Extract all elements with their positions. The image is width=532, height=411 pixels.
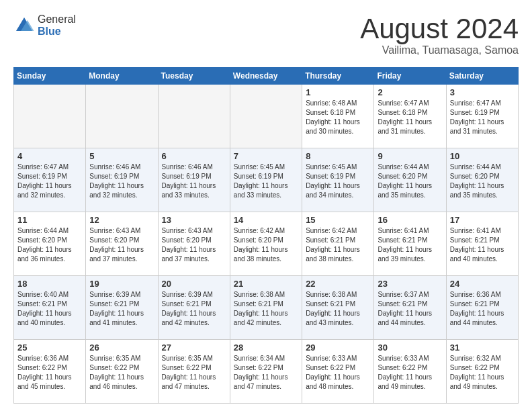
logo: General Blue xyxy=(13,13,76,37)
day-info-text: Sunrise: 6:40 AM Sunset: 6:21 PM Dayligh… xyxy=(17,290,82,328)
calendar-day-cell: 8Sunrise: 6:45 AM Sunset: 6:19 PM Daylig… xyxy=(302,148,374,212)
day-info-text: Sunrise: 6:33 AM Sunset: 6:22 PM Dayligh… xyxy=(306,354,370,392)
day-info-text: Sunrise: 6:41 AM Sunset: 6:21 PM Dayligh… xyxy=(378,226,442,264)
day-info-text: Sunrise: 6:46 AM Sunset: 6:19 PM Dayligh… xyxy=(162,163,226,200)
calendar-day-cell: 30Sunrise: 6:33 AM Sunset: 6:22 PM Dayli… xyxy=(374,340,446,404)
day-number: 31 xyxy=(450,342,515,353)
calendar-day-cell: 27Sunrise: 6:35 AM Sunset: 6:22 PM Dayli… xyxy=(158,340,230,404)
day-number: 12 xyxy=(89,215,154,225)
day-info-text: Sunrise: 6:38 AM Sunset: 6:21 PM Dayligh… xyxy=(234,290,298,328)
calendar-day-cell: 6Sunrise: 6:46 AM Sunset: 6:19 PM Daylig… xyxy=(158,148,230,212)
calendar-week-row: 25Sunrise: 6:36 AM Sunset: 6:22 PM Dayli… xyxy=(14,340,519,404)
day-number: 20 xyxy=(162,279,226,289)
day-info-text: Sunrise: 6:36 AM Sunset: 6:22 PM Dayligh… xyxy=(17,354,82,392)
calendar-day-cell: 22Sunrise: 6:38 AM Sunset: 6:21 PM Dayli… xyxy=(302,276,374,340)
day-info-text: Sunrise: 6:45 AM Sunset: 6:19 PM Dayligh… xyxy=(306,163,370,200)
calendar-day-cell: 12Sunrise: 6:43 AM Sunset: 6:20 PM Dayli… xyxy=(86,212,158,276)
calendar-day-cell: 17Sunrise: 6:41 AM Sunset: 6:21 PM Dayli… xyxy=(446,212,518,276)
calendar-day-cell: 20Sunrise: 6:39 AM Sunset: 6:21 PM Dayli… xyxy=(158,276,230,340)
day-number: 21 xyxy=(234,279,298,289)
calendar-day-cell: 9Sunrise: 6:44 AM Sunset: 6:20 PM Daylig… xyxy=(374,148,446,212)
day-number: 15 xyxy=(306,215,370,225)
day-of-week-header: Friday xyxy=(374,68,446,85)
day-number: 17 xyxy=(450,215,515,225)
calendar-day-cell: 13Sunrise: 6:43 AM Sunset: 6:20 PM Dayli… xyxy=(158,212,230,276)
day-number: 2 xyxy=(378,87,442,97)
calendar-day-cell: 24Sunrise: 6:36 AM Sunset: 6:21 PM Dayli… xyxy=(446,276,518,340)
day-number: 7 xyxy=(234,151,298,161)
day-number: 13 xyxy=(162,215,226,225)
day-number: 19 xyxy=(89,279,154,289)
day-number: 3 xyxy=(450,87,515,97)
day-of-week-header: Sunday xyxy=(14,68,86,85)
logo-general-text: General xyxy=(38,13,76,26)
calendar-day-cell: 3Sunrise: 6:47 AM Sunset: 6:19 PM Daylig… xyxy=(446,85,518,148)
day-number: 10 xyxy=(450,151,515,161)
day-number: 6 xyxy=(162,151,226,161)
day-info-text: Sunrise: 6:44 AM Sunset: 6:20 PM Dayligh… xyxy=(17,226,82,264)
day-of-week-header: Thursday xyxy=(302,68,374,85)
day-number: 1 xyxy=(306,87,370,97)
day-info-text: Sunrise: 6:32 AM Sunset: 6:22 PM Dayligh… xyxy=(450,354,515,392)
calendar-week-row: 18Sunrise: 6:40 AM Sunset: 6:21 PM Dayli… xyxy=(14,276,519,340)
logo-text: General Blue xyxy=(38,13,76,37)
day-number: 16 xyxy=(378,215,442,225)
title-section: August 2024 Vailima, Tuamasaga, Samoa xyxy=(360,13,519,56)
day-info-text: Sunrise: 6:36 AM Sunset: 6:21 PM Dayligh… xyxy=(450,290,515,328)
day-info-text: Sunrise: 6:46 AM Sunset: 6:19 PM Dayligh… xyxy=(89,163,154,200)
day-number: 5 xyxy=(89,151,154,161)
calendar-day-cell xyxy=(14,85,86,148)
calendar-day-cell xyxy=(86,85,158,148)
calendar-day-cell: 18Sunrise: 6:40 AM Sunset: 6:21 PM Dayli… xyxy=(14,276,86,340)
day-number: 9 xyxy=(378,151,442,161)
calendar-day-cell: 23Sunrise: 6:37 AM Sunset: 6:21 PM Dayli… xyxy=(374,276,446,340)
calendar-day-cell: 10Sunrise: 6:44 AM Sunset: 6:20 PM Dayli… xyxy=(446,148,518,212)
calendar-header-row: SundayMondayTuesdayWednesdayThursdayFrid… xyxy=(14,68,519,85)
day-number: 28 xyxy=(234,342,298,353)
day-number: 27 xyxy=(162,342,226,353)
day-info-text: Sunrise: 6:47 AM Sunset: 6:19 PM Dayligh… xyxy=(450,99,515,136)
day-info-text: Sunrise: 6:37 AM Sunset: 6:21 PM Dayligh… xyxy=(378,290,442,328)
day-number: 30 xyxy=(378,342,442,353)
calendar-week-row: 4Sunrise: 6:47 AM Sunset: 6:19 PM Daylig… xyxy=(14,148,519,212)
logo-blue-text: Blue xyxy=(38,26,76,38)
calendar-day-cell: 19Sunrise: 6:39 AM Sunset: 6:21 PM Dayli… xyxy=(86,276,158,340)
logo-icon xyxy=(13,15,35,36)
calendar-day-cell: 26Sunrise: 6:35 AM Sunset: 6:22 PM Dayli… xyxy=(86,340,158,404)
day-info-text: Sunrise: 6:44 AM Sunset: 6:20 PM Dayligh… xyxy=(378,163,442,200)
calendar-day-cell: 28Sunrise: 6:34 AM Sunset: 6:22 PM Dayli… xyxy=(230,340,302,404)
day-info-text: Sunrise: 6:45 AM Sunset: 6:19 PM Dayligh… xyxy=(234,163,298,200)
calendar-day-cell: 11Sunrise: 6:44 AM Sunset: 6:20 PM Dayli… xyxy=(14,212,86,276)
day-info-text: Sunrise: 6:47 AM Sunset: 6:19 PM Dayligh… xyxy=(17,163,82,200)
page-header: General Blue August 2024 Vailima, Tuamas… xyxy=(13,13,519,56)
day-number: 24 xyxy=(450,279,515,289)
calendar-day-cell: 14Sunrise: 6:42 AM Sunset: 6:20 PM Dayli… xyxy=(230,212,302,276)
day-info-text: Sunrise: 6:43 AM Sunset: 6:20 PM Dayligh… xyxy=(89,226,154,264)
day-info-text: Sunrise: 6:39 AM Sunset: 6:21 PM Dayligh… xyxy=(162,290,226,328)
calendar-day-cell: 7Sunrise: 6:45 AM Sunset: 6:19 PM Daylig… xyxy=(230,148,302,212)
calendar-day-cell xyxy=(230,85,302,148)
day-info-text: Sunrise: 6:35 AM Sunset: 6:22 PM Dayligh… xyxy=(89,354,154,392)
day-number: 23 xyxy=(378,279,442,289)
day-number: 29 xyxy=(306,342,370,353)
calendar-day-cell: 25Sunrise: 6:36 AM Sunset: 6:22 PM Dayli… xyxy=(14,340,86,404)
calendar-week-row: 11Sunrise: 6:44 AM Sunset: 6:20 PM Dayli… xyxy=(14,212,519,276)
day-of-week-header: Tuesday xyxy=(158,68,230,85)
day-info-text: Sunrise: 6:39 AM Sunset: 6:21 PM Dayligh… xyxy=(89,290,154,328)
day-info-text: Sunrise: 6:48 AM Sunset: 6:18 PM Dayligh… xyxy=(306,99,370,136)
day-of-week-header: Saturday xyxy=(446,68,518,85)
day-number: 11 xyxy=(17,215,82,225)
calendar-day-cell: 21Sunrise: 6:38 AM Sunset: 6:21 PM Dayli… xyxy=(230,276,302,340)
calendar-day-cell: 15Sunrise: 6:42 AM Sunset: 6:21 PM Dayli… xyxy=(302,212,374,276)
day-info-text: Sunrise: 6:34 AM Sunset: 6:22 PM Dayligh… xyxy=(234,354,298,392)
day-number: 8 xyxy=(306,151,370,161)
day-info-text: Sunrise: 6:43 AM Sunset: 6:20 PM Dayligh… xyxy=(162,226,226,264)
day-info-text: Sunrise: 6:42 AM Sunset: 6:20 PM Dayligh… xyxy=(234,226,298,264)
day-number: 26 xyxy=(89,342,154,353)
month-year-title: August 2024 xyxy=(360,13,519,44)
day-of-week-header: Monday xyxy=(86,68,158,85)
day-info-text: Sunrise: 6:41 AM Sunset: 6:21 PM Dayligh… xyxy=(450,226,515,264)
calendar-day-cell: 29Sunrise: 6:33 AM Sunset: 6:22 PM Dayli… xyxy=(302,340,374,404)
day-number: 14 xyxy=(234,215,298,225)
day-of-week-header: Wednesday xyxy=(230,68,302,85)
